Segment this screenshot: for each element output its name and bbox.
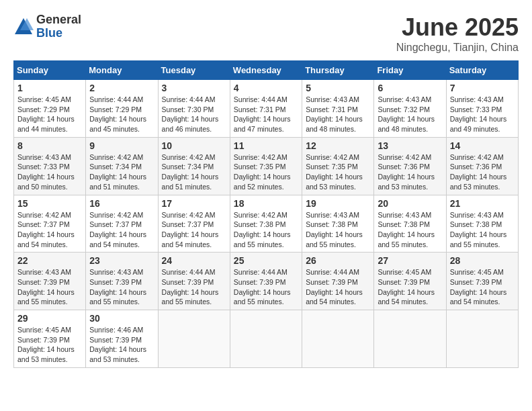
day-number: 8 xyxy=(17,140,82,151)
calendar-cell: 25 Sunrise: 4:44 AM Sunset: 7:39 PM Dayl… xyxy=(230,253,302,310)
calendar-cell: 8 Sunrise: 4:43 AM Sunset: 7:33 PM Dayli… xyxy=(14,137,86,195)
logo-general: General xyxy=(36,13,81,27)
day-info: Sunrise: 4:43 AM Sunset: 7:33 PM Dayligh… xyxy=(17,152,82,192)
calendar-cell: 1 Sunrise: 4:45 AM Sunset: 7:29 PM Dayli… xyxy=(14,80,86,138)
day-number: 29 xyxy=(17,313,82,324)
calendar-cell: 10 Sunrise: 4:42 AM Sunset: 7:34 PM Dayl… xyxy=(158,137,230,195)
day-number: 16 xyxy=(89,198,154,209)
day-number: 6 xyxy=(378,83,442,93)
calendar-week-2: 8 Sunrise: 4:43 AM Sunset: 7:33 PM Dayli… xyxy=(14,137,519,195)
day-info: Sunrise: 4:44 AM Sunset: 7:30 PM Dayligh… xyxy=(162,95,226,134)
calendar-week-5: 29 Sunrise: 4:45 AM Sunset: 7:39 PM Dayl… xyxy=(14,310,519,368)
logo-text: General Blue xyxy=(36,13,81,40)
day-info: Sunrise: 4:45 AM Sunset: 7:39 PM Dayligh… xyxy=(378,267,442,307)
calendar-cell: 23 Sunrise: 4:43 AM Sunset: 7:39 PM Dayl… xyxy=(86,253,158,310)
day-info: Sunrise: 4:43 AM Sunset: 7:38 PM Dayligh… xyxy=(450,210,515,250)
day-info: Sunrise: 4:43 AM Sunset: 7:38 PM Dayligh… xyxy=(378,210,442,250)
day-number: 30 xyxy=(89,313,154,324)
col-header-wednesday: Wednesday xyxy=(230,61,302,80)
day-number: 27 xyxy=(378,255,442,266)
day-number: 2 xyxy=(89,83,154,93)
calendar-week-1: 1 Sunrise: 4:45 AM Sunset: 7:29 PM Dayli… xyxy=(14,80,519,138)
day-number: 10 xyxy=(162,140,226,151)
calendar-cell: 7 Sunrise: 4:43 AM Sunset: 7:33 PM Dayli… xyxy=(446,80,518,138)
logo: General Blue xyxy=(13,13,81,40)
day-info: Sunrise: 4:44 AM Sunset: 7:31 PM Dayligh… xyxy=(234,95,298,134)
day-info: Sunrise: 4:45 AM Sunset: 7:39 PM Dayligh… xyxy=(17,325,82,365)
month-title: June 2025 xyxy=(396,13,519,42)
calendar-cell: 22 Sunrise: 4:43 AM Sunset: 7:39 PM Dayl… xyxy=(14,253,86,310)
day-number: 21 xyxy=(450,198,515,209)
day-number: 28 xyxy=(450,255,515,266)
day-info: Sunrise: 4:43 AM Sunset: 7:38 PM Dayligh… xyxy=(306,210,370,250)
calendar-cell xyxy=(302,310,374,368)
day-info: Sunrise: 4:44 AM Sunset: 7:39 PM Dayligh… xyxy=(234,267,298,307)
day-number: 4 xyxy=(234,83,298,93)
day-info: Sunrise: 4:46 AM Sunset: 7:39 PM Dayligh… xyxy=(89,325,154,365)
day-number: 19 xyxy=(306,198,370,209)
day-number: 17 xyxy=(162,198,226,209)
day-number: 22 xyxy=(17,255,82,266)
calendar-cell: 11 Sunrise: 4:42 AM Sunset: 7:35 PM Dayl… xyxy=(230,137,302,195)
day-number: 12 xyxy=(306,140,370,151)
day-info: Sunrise: 4:42 AM Sunset: 7:34 PM Dayligh… xyxy=(89,152,154,192)
calendar: SundayMondayTuesdayWednesdayThursdayFrid… xyxy=(13,60,519,368)
calendar-cell: 13 Sunrise: 4:42 AM Sunset: 7:36 PM Dayl… xyxy=(374,137,446,195)
day-number: 5 xyxy=(306,83,370,93)
day-number: 20 xyxy=(378,198,442,209)
calendar-week-3: 15 Sunrise: 4:42 AM Sunset: 7:37 PM Dayl… xyxy=(14,195,519,253)
col-header-friday: Friday xyxy=(374,61,446,80)
day-info: Sunrise: 4:44 AM Sunset: 7:29 PM Dayligh… xyxy=(89,95,154,134)
calendar-cell xyxy=(158,310,230,368)
calendar-cell: 6 Sunrise: 4:43 AM Sunset: 7:32 PM Dayli… xyxy=(374,80,446,138)
day-number: 25 xyxy=(234,255,298,266)
day-info: Sunrise: 4:42 AM Sunset: 7:37 PM Dayligh… xyxy=(17,210,82,250)
calendar-cell: 15 Sunrise: 4:42 AM Sunset: 7:37 PM Dayl… xyxy=(14,195,86,253)
day-info: Sunrise: 4:43 AM Sunset: 7:33 PM Dayligh… xyxy=(450,95,515,134)
day-number: 11 xyxy=(234,140,298,151)
calendar-cell: 26 Sunrise: 4:44 AM Sunset: 7:39 PM Dayl… xyxy=(302,253,374,310)
day-number: 24 xyxy=(162,255,226,266)
col-header-tuesday: Tuesday xyxy=(158,61,230,80)
calendar-cell: 5 Sunrise: 4:43 AM Sunset: 7:31 PM Dayli… xyxy=(302,80,374,138)
day-info: Sunrise: 4:43 AM Sunset: 7:39 PM Dayligh… xyxy=(89,267,154,307)
calendar-cell: 18 Sunrise: 4:42 AM Sunset: 7:38 PM Dayl… xyxy=(230,195,302,253)
day-info: Sunrise: 4:44 AM Sunset: 7:39 PM Dayligh… xyxy=(162,267,226,307)
calendar-cell: 3 Sunrise: 4:44 AM Sunset: 7:30 PM Dayli… xyxy=(158,80,230,138)
day-info: Sunrise: 4:42 AM Sunset: 7:37 PM Dayligh… xyxy=(89,210,154,250)
col-header-thursday: Thursday xyxy=(302,61,374,80)
col-header-saturday: Saturday xyxy=(446,61,518,80)
calendar-cell: 19 Sunrise: 4:43 AM Sunset: 7:38 PM Dayl… xyxy=(302,195,374,253)
calendar-cell xyxy=(374,310,446,368)
calendar-cell: 24 Sunrise: 4:44 AM Sunset: 7:39 PM Dayl… xyxy=(158,253,230,310)
col-header-monday: Monday xyxy=(86,61,158,80)
day-info: Sunrise: 4:42 AM Sunset: 7:37 PM Dayligh… xyxy=(162,210,226,250)
day-info: Sunrise: 4:43 AM Sunset: 7:31 PM Dayligh… xyxy=(306,95,370,134)
day-info: Sunrise: 4:45 AM Sunset: 7:39 PM Dayligh… xyxy=(450,267,515,307)
day-info: Sunrise: 4:43 AM Sunset: 7:32 PM Dayligh… xyxy=(378,95,442,134)
day-number: 18 xyxy=(234,198,298,209)
calendar-cell: 14 Sunrise: 4:42 AM Sunset: 7:36 PM Dayl… xyxy=(446,137,518,195)
day-number: 14 xyxy=(450,140,515,151)
calendar-cell xyxy=(230,310,302,368)
day-number: 23 xyxy=(89,255,154,266)
calendar-header-row: SundayMondayTuesdayWednesdayThursdayFrid… xyxy=(14,61,519,80)
calendar-cell xyxy=(446,310,518,368)
day-info: Sunrise: 4:42 AM Sunset: 7:36 PM Dayligh… xyxy=(378,152,442,192)
day-info: Sunrise: 4:42 AM Sunset: 7:34 PM Dayligh… xyxy=(162,152,226,192)
location-title: Ningchegu, Tianjin, China xyxy=(396,42,519,54)
calendar-cell: 4 Sunrise: 4:44 AM Sunset: 7:31 PM Dayli… xyxy=(230,80,302,138)
col-header-sunday: Sunday xyxy=(14,61,86,80)
day-info: Sunrise: 4:44 AM Sunset: 7:39 PM Dayligh… xyxy=(306,267,370,307)
logo-blue: Blue xyxy=(36,27,81,40)
day-info: Sunrise: 4:43 AM Sunset: 7:39 PM Dayligh… xyxy=(17,267,82,307)
calendar-cell: 21 Sunrise: 4:43 AM Sunset: 7:38 PM Dayl… xyxy=(446,195,518,253)
calendar-cell: 9 Sunrise: 4:42 AM Sunset: 7:34 PM Dayli… xyxy=(86,137,158,195)
logo-icon xyxy=(13,17,34,37)
calendar-cell: 16 Sunrise: 4:42 AM Sunset: 7:37 PM Dayl… xyxy=(86,195,158,253)
day-number: 1 xyxy=(17,83,82,93)
calendar-cell: 30 Sunrise: 4:46 AM Sunset: 7:39 PM Dayl… xyxy=(86,310,158,368)
calendar-cell: 12 Sunrise: 4:42 AM Sunset: 7:35 PM Dayl… xyxy=(302,137,374,195)
day-number: 26 xyxy=(306,255,370,266)
day-info: Sunrise: 4:42 AM Sunset: 7:38 PM Dayligh… xyxy=(234,210,298,250)
